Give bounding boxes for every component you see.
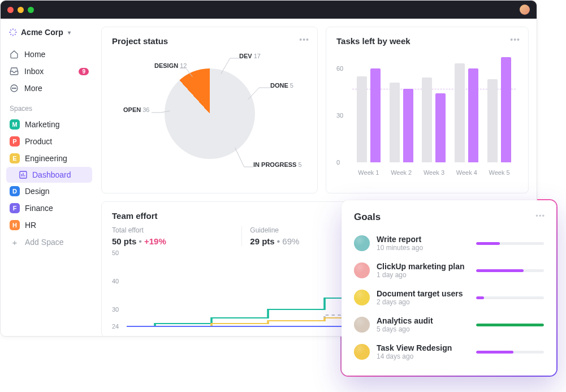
bar-group (357, 53, 381, 162)
goal-time: 1 day ago (377, 271, 469, 279)
space-label: Design (25, 187, 50, 196)
space-avatar: P (10, 136, 20, 147)
goal-name: Task View Redesign (377, 343, 469, 352)
project-status-card: Project status ••• OPEN 36DESIGN 12DEV 1… (101, 27, 318, 193)
x-tick: Week 3 (424, 169, 444, 176)
org-logo-icon (8, 28, 18, 37)
x-tick: Week 4 (456, 169, 477, 176)
space-design[interactable]: DDesign (6, 183, 92, 200)
chevron-down-icon: ▾ (68, 29, 71, 36)
pie-label: IN PROGRESS 5 (253, 161, 302, 168)
goal-name: Analytics audit (377, 316, 469, 325)
x-tick: Week 5 (489, 169, 510, 176)
window-controls (7, 7, 34, 13)
space-product[interactable]: PProduct (6, 133, 92, 150)
titlebar (1, 1, 537, 19)
avatar (354, 290, 370, 305)
space-label: HR (25, 221, 36, 230)
avatar (354, 317, 370, 333)
y-tick: 30 (112, 306, 119, 313)
space-hr[interactable]: HHR (6, 217, 92, 234)
pie-label: DONE 5 (270, 82, 293, 89)
goal-item[interactable]: ClickUp marketing plan1 day ago (354, 257, 544, 284)
pie-label: DEV 17 (239, 53, 261, 59)
dashboard-label: Dashboard (32, 170, 71, 179)
goal-item[interactable]: Analytics audit5 days ago (354, 311, 544, 338)
bar-a (357, 76, 367, 162)
tasks-left-card: Tasks left by week ••• 03060 Week 1Week … (326, 27, 529, 193)
close-dot[interactable] (7, 7, 14, 13)
x-tick: Week 1 (358, 169, 379, 176)
bar-group (455, 53, 478, 162)
spaces-section-label: Spaces (10, 105, 92, 113)
space-marketing[interactable]: MMarketing (6, 116, 92, 133)
space-label: Finance (25, 204, 53, 213)
goal-time: 5 days ago (377, 325, 469, 333)
minimize-dot[interactable] (18, 7, 24, 13)
space-avatar: D (10, 186, 20, 196)
nav-inbox[interactable]: Inbox 9 (6, 63, 92, 80)
bar-b (468, 68, 478, 162)
goals-card: Goals ••• Write report10 minutes agoClic… (342, 200, 556, 376)
dashboard-icon (19, 170, 28, 179)
sidebar: Acme Corp ▾ Home Inbox 9 More Spaces MMa… (1, 19, 98, 336)
y-tick: 50 (112, 249, 119, 256)
card-menu-icon[interactable]: ••• (535, 212, 545, 220)
goal-time: 10 minutes ago (377, 244, 469, 252)
bar-chart (352, 53, 516, 162)
avatar (354, 262, 370, 278)
svg-point-1 (12, 88, 13, 88)
bar-group (422, 53, 446, 162)
goal-name: Document target users (377, 289, 469, 298)
user-avatar[interactable] (520, 5, 530, 15)
goal-time: 2 days ago (377, 298, 469, 306)
nav-inbox-label: Inbox (24, 67, 44, 76)
dashboard-item[interactable]: Dashboard (6, 167, 92, 183)
nav-home[interactable]: Home (6, 46, 92, 63)
bar-a (487, 79, 498, 162)
progress-bar (476, 351, 544, 354)
card-menu-icon[interactable]: ••• (299, 35, 309, 44)
project-status-title: Project status (112, 36, 307, 46)
bar-group (390, 53, 413, 162)
org-switcher[interactable]: Acme Corp ▾ (6, 27, 92, 38)
bar-a (390, 83, 400, 162)
add-space-label: Add Space (25, 238, 64, 247)
pie-label: DESIGN 12 (154, 62, 187, 69)
progress-bar (476, 296, 544, 299)
goal-item[interactable]: Document target users2 days ago (354, 284, 544, 311)
space-avatar: F (10, 203, 20, 213)
card-menu-icon[interactable]: ••• (510, 35, 520, 44)
pie-label: OPEN 36 (123, 106, 149, 113)
progress-bar (476, 324, 544, 326)
progress-bar (476, 269, 544, 272)
space-avatar: H (10, 220, 20, 230)
nav-more-label: More (24, 84, 42, 93)
goal-time: 14 days ago (377, 352, 469, 360)
metric: Total effort50 pts • +19% (112, 226, 241, 246)
space-engineering[interactable]: EEngineering (6, 150, 92, 167)
metric-label: Total effort (112, 226, 241, 234)
add-space-button[interactable]: + Add Space (6, 234, 92, 251)
bar-b (501, 57, 511, 162)
avatar (354, 235, 370, 251)
inbox-badge: 9 (79, 68, 89, 75)
bar-group (487, 53, 511, 162)
goal-item[interactable]: Write report10 minutes ago (354, 230, 544, 257)
svg-point-2 (14, 88, 14, 88)
y-tick: 40 (112, 278, 119, 285)
x-tick: Week 2 (391, 169, 412, 176)
y-tick: 60 (336, 65, 343, 72)
space-label: Engineering (25, 154, 67, 163)
bar-a (455, 63, 465, 162)
space-finance[interactable]: FFinance (6, 200, 92, 217)
space-label: Marketing (25, 120, 59, 129)
progress-bar (476, 242, 544, 245)
goal-item[interactable]: Task View Redesign14 days ago (354, 338, 544, 365)
more-icon (10, 84, 19, 93)
bar-b (435, 93, 446, 162)
svg-point-3 (15, 88, 16, 88)
inbox-icon (10, 67, 19, 76)
nav-more[interactable]: More (6, 80, 92, 97)
zoom-dot[interactable] (28, 7, 34, 13)
